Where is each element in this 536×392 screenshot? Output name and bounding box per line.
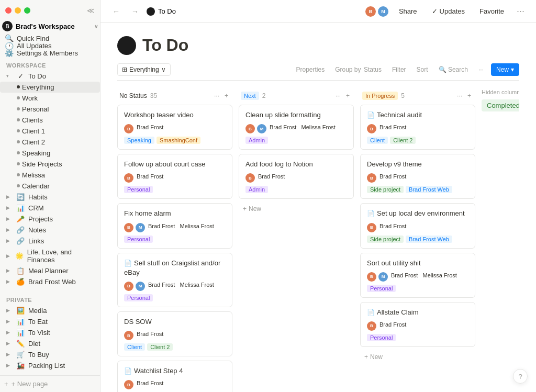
filter-button[interactable]: Filter xyxy=(389,64,409,75)
sidebar-subitem-client1[interactable]: Client 1 xyxy=(0,126,100,137)
new-item-button[interactable]: New ▾ xyxy=(491,63,519,76)
sidebar-subitem-personal[interactable]: Personal xyxy=(0,104,100,115)
sidebar-item-habits[interactable]: ▶ 🔄 Habits xyxy=(0,192,100,203)
card-allstate[interactable]: 📄Allstate Claim B Brad Frost Personal xyxy=(360,302,475,347)
in-progress-add-btn[interactable]: + xyxy=(465,91,473,100)
sidebar: ≪ B Brad's Workspace ∨ 🔍 Quick Find 🕐 Al… xyxy=(0,0,100,392)
next-add-btn[interactable]: + xyxy=(344,91,352,100)
tovisit-toggle-icon: ▶ xyxy=(6,330,13,335)
maximize-window-btn[interactable] xyxy=(24,7,30,14)
completed-badge: Completed xyxy=(482,99,519,111)
new-page-button[interactable]: + + New page xyxy=(0,375,100,392)
card-assignee: Brad Frost Melissa Frost xyxy=(391,272,457,282)
sidebar-item-meal[interactable]: ▶ 📋 Meal Planner xyxy=(0,265,100,276)
card-utility[interactable]: Sort out utility shit B M Brad Frost Mel… xyxy=(360,253,475,298)
tag: Side project xyxy=(367,236,404,243)
card-food-log[interactable]: Add food log to Notion B Brad Frost Admi… xyxy=(239,154,354,199)
subitem-melissa-label: Melissa xyxy=(22,171,45,179)
properties-button[interactable]: Properties xyxy=(293,64,328,75)
card-avatars: B M Brad Frost Melissa Frost xyxy=(124,282,226,291)
add-card-in-progress[interactable]: + New xyxy=(360,351,475,363)
sidebar-subitem-everything[interactable]: Everything xyxy=(0,82,100,93)
card-court-case[interactable]: Follow up about court case B Brad Frost … xyxy=(117,154,232,199)
toeat-label: To Eat xyxy=(28,318,48,326)
sidebar-subitem-work[interactable]: Work xyxy=(0,93,100,104)
sidebar-subitem-client2[interactable]: Client 2 xyxy=(0,137,100,148)
crm-toggle-icon: ▶ xyxy=(6,205,13,210)
card-ds-sow[interactable]: DS SOW B Brad Frost Client Client 2 xyxy=(117,311,232,356)
next-more-btn[interactable]: ··· xyxy=(333,91,343,100)
search-icon: 🔍 xyxy=(439,66,446,73)
close-window-btn[interactable] xyxy=(5,7,12,14)
card-watchlist[interactable]: 📄Watchlist Step 4 B Brad Frost Client Cl… xyxy=(117,361,232,392)
card-slide-formatting[interactable]: Clean up slide formatting B M Brad Frost… xyxy=(239,105,354,150)
avatar-group: B M xyxy=(364,5,389,18)
sidebar-subitem-calendar[interactable]: Calendar xyxy=(0,181,100,192)
more-options-button[interactable]: ··· xyxy=(513,4,528,19)
sidebar-item-projects[interactable]: ▶ 🥕 Projects xyxy=(0,214,100,225)
search-button[interactable]: 🔍 Search xyxy=(436,64,471,75)
updates-button[interactable]: ✓ Updates xyxy=(427,5,470,17)
sidebar-item-all-updates[interactable]: 🕐 All Updates xyxy=(0,42,100,49)
toolbar-more-button[interactable]: ··· xyxy=(475,64,487,75)
card-title: Follow up about court case xyxy=(124,160,226,169)
meal-toggle-icon: ▶ xyxy=(6,268,13,273)
card-home-alarm[interactable]: Fix home alarm B M Brad Frost Melissa Fr… xyxy=(117,203,232,248)
sidebar-item-tobuy[interactable]: ▶ 🛒 To Buy xyxy=(0,349,100,360)
sidebar-subitem-melissa[interactable]: Melissa xyxy=(0,170,100,181)
sidebar-item-quick-find[interactable]: 🔍 Quick Find xyxy=(0,35,100,42)
sidebar-item-life[interactable]: ▶ 🌟 Life, Love, and Finances xyxy=(0,247,100,265)
sidebar-item-toeat[interactable]: ▶ 📊 To Eat xyxy=(0,316,100,327)
links-icon: 🔗 xyxy=(16,237,25,245)
help-button[interactable]: ? xyxy=(513,369,528,384)
sidebar-item-todo[interactable]: ▾ ✓ To Do xyxy=(0,71,100,82)
card-title: Add food log to Notion xyxy=(245,160,347,169)
in-progress-more-btn[interactable]: ··· xyxy=(455,91,464,100)
avatar: B xyxy=(367,124,376,133)
main-content: ← → To Do B M Share ✓ Updates Favorite ·… xyxy=(100,0,536,392)
sidebar-subitem-side-projects[interactable]: Side Projects xyxy=(0,159,100,170)
tovisit-icon: 📊 xyxy=(16,329,25,337)
minimize-window-btn[interactable] xyxy=(15,7,21,14)
diet-toggle-icon: ▶ xyxy=(6,341,13,346)
view-selector-button[interactable]: ⊞ Everything ∨ xyxy=(117,63,171,76)
sidebar-item-crm[interactable]: ▶ 📊 CRM xyxy=(0,203,100,214)
no-status-more-btn[interactable]: ··· xyxy=(212,91,221,100)
forward-button[interactable]: → xyxy=(128,4,142,19)
view-chevron-icon: ∨ xyxy=(161,66,166,73)
collapse-sidebar-btn[interactable]: ≪ xyxy=(87,6,95,15)
diet-icon: ✏️ xyxy=(16,340,25,348)
view-toolbar: ⊞ Everything ∨ Properties Group by Statu… xyxy=(117,63,519,81)
card-craigslist[interactable]: 📄Sell stuff on Craigslist and/or eBay B … xyxy=(117,253,232,307)
sidebar-item-links[interactable]: ▶ 🔗 Links xyxy=(0,236,100,247)
favorite-button[interactable]: Favorite xyxy=(474,5,509,17)
tag: Personal xyxy=(124,294,153,301)
add-card-next[interactable]: + New xyxy=(239,203,354,215)
tag: Side project xyxy=(367,186,404,193)
card-technical-audit[interactable]: 📄Technical audit B Brad Frost Client Cli… xyxy=(360,105,475,150)
card-v9-theme[interactable]: Develop v9 theme B Brad Frost Side proje… xyxy=(360,154,475,199)
group-by-button[interactable]: Group by Status xyxy=(332,64,385,75)
share-button[interactable]: Share xyxy=(394,5,422,17)
sidebar-item-settings[interactable]: ⚙️ Settings & Members xyxy=(0,50,100,57)
card-dev-env[interactable]: 📄Set up local dev environment B Brad Fro… xyxy=(360,203,475,248)
workspace-header[interactable]: B Brad's Workspace ∨ xyxy=(0,18,100,35)
sidebar-item-media[interactable]: ▶ 🖼️ Media xyxy=(0,305,100,316)
card-tags: Side project Brad Frost Web xyxy=(367,186,468,193)
sidebar-subitem-clients[interactable]: Clients xyxy=(0,115,100,126)
sidebar-item-bradfrostweb[interactable]: ▶ 🍊 Brad Frost Web xyxy=(0,276,100,287)
card-workshop-teaser[interactable]: Workshop teaser video B Brad Frost Speak… xyxy=(117,105,232,150)
avatar: B xyxy=(367,321,376,331)
search-icon: 🔍 xyxy=(4,35,14,42)
sidebar-item-diet[interactable]: ▶ ✏️ Diet xyxy=(0,338,100,349)
sidebar-item-notes[interactable]: ▶ 🔗 Notes xyxy=(0,225,100,236)
no-status-add-btn[interactable]: + xyxy=(222,91,230,100)
completed-row[interactable]: Completed 367 xyxy=(482,99,519,111)
tobuy-toggle-icon: ▶ xyxy=(6,352,13,357)
sidebar-item-packing[interactable]: ▶ 🚂 Packing List xyxy=(0,360,100,371)
sidebar-item-tovisit[interactable]: ▶ 📊 To Visit xyxy=(0,327,100,338)
sort-button[interactable]: Sort xyxy=(414,64,431,75)
back-button[interactable]: ← xyxy=(109,4,124,19)
no-status-count: 35 xyxy=(150,92,157,99)
sidebar-subitem-speaking[interactable]: Speaking xyxy=(0,148,100,159)
